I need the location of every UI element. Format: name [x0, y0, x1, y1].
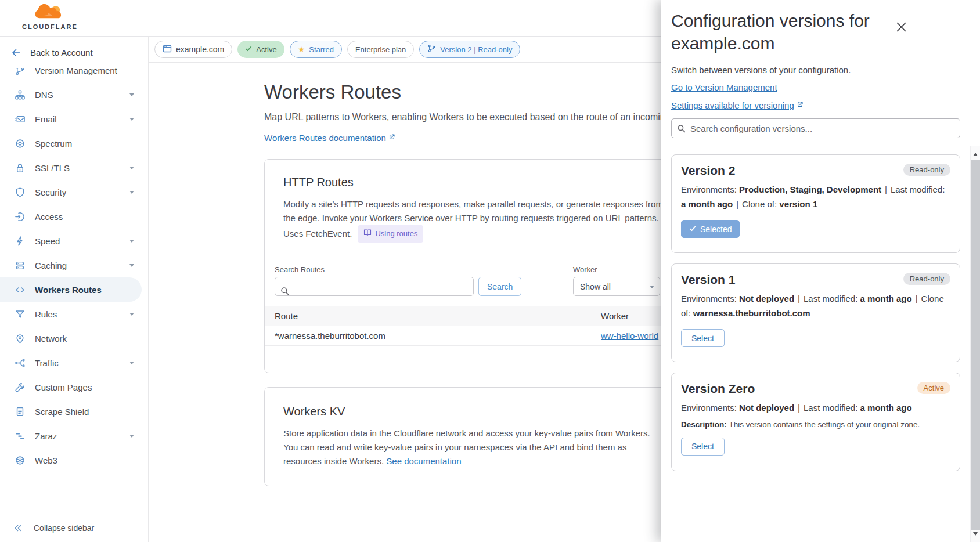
select-version-button[interactable]: Select — [681, 438, 725, 456]
sidebar-item-scrape-shield[interactable]: Scrape Shield — [0, 399, 142, 424]
wrench-icon — [14, 381, 26, 393]
sidebar-divider — [0, 508, 148, 508]
chevron-down-icon — [129, 167, 134, 172]
sidebar-item-speed[interactable]: Speed — [0, 229, 142, 253]
zaraz-steps-icon — [14, 430, 26, 442]
configuration-versions-panel: Configuration versions for example.com S… — [661, 0, 980, 542]
chevron-down-icon — [129, 313, 134, 318]
using-routes-badge[interactable]: Using routes — [358, 225, 423, 243]
check-icon — [689, 225, 696, 234]
sidebar-item-label: Custom Pages — [35, 382, 92, 392]
sidebar-item-caching[interactable]: Caching — [0, 253, 142, 277]
panel-scrollbar[interactable] — [970, 146, 980, 542]
starred-toggle[interactable]: ★ Starred — [290, 41, 342, 58]
version-pill[interactable]: Version 2 | Read-only — [419, 41, 520, 58]
version-status-badge: Active — [917, 382, 950, 394]
scrollbar-thumb[interactable] — [971, 160, 980, 530]
search-icon — [280, 287, 289, 298]
sidebar-item-spectrum[interactable]: Spectrum — [0, 131, 142, 156]
sidebar-item-access[interactable]: Access — [0, 204, 142, 229]
see-documentation-link[interactable]: See documentation — [386, 456, 461, 466]
settings-available-for-versioning-link[interactable]: Settings available for versioning — [671, 100, 804, 110]
workers-routes-doc-link[interactable]: Workers Routes documentation — [264, 133, 395, 143]
sidebar-item-traffic[interactable]: Traffic — [0, 351, 142, 375]
sidebar-item-workers-routes[interactable]: Workers Routes — [0, 277, 142, 302]
padlock-icon — [14, 162, 26, 174]
sidebar-item-security[interactable]: Security — [0, 180, 142, 204]
go-to-version-management-link[interactable]: Go to Version Management — [671, 82, 777, 92]
search-routes-button[interactable]: Search — [478, 277, 521, 296]
sidebar-item-network[interactable]: Network — [0, 326, 142, 351]
scroll-down-arrow[interactable] — [973, 532, 978, 538]
page-title: Workers Routes — [264, 81, 671, 103]
version-card-version-2: Version 2Read-onlyEnvironments: Producti… — [671, 154, 960, 253]
close-icon — [895, 21, 907, 35]
worker-filter-label: Worker — [573, 265, 660, 274]
sidebar-item-label: Scrape Shield — [35, 407, 89, 417]
sidebar-item-custom-pages[interactable]: Custom Pages — [0, 375, 142, 399]
zone-status-badge: Active — [237, 41, 284, 58]
browser-window-icon — [163, 44, 172, 55]
collapse-sidebar-button[interactable]: Collapse sidebar — [0, 514, 148, 542]
sidebar-item-label: SSL/TLS — [35, 163, 70, 173]
table-row: *warnessa.theburritobot.com ww-hello-wor… — [265, 326, 670, 346]
book-icon — [363, 227, 372, 241]
location-pin-icon — [14, 333, 26, 344]
sidebar-item-label: DNS — [35, 90, 53, 100]
zone-name: example.com — [176, 45, 224, 54]
back-to-account-label: Back to Account — [30, 48, 93, 57]
sidebar-item-label: Zaraz — [35, 431, 57, 441]
web3-globe-icon — [14, 454, 26, 466]
double-chevron-left-icon — [12, 522, 24, 534]
sidebar-divider — [0, 478, 148, 478]
collapse-sidebar-label: Collapse sidebar — [34, 523, 94, 533]
http-routes-title: HTTP Routes — [283, 176, 651, 189]
sidebar-item-email[interactable]: Email — [0, 107, 142, 131]
cloudflare-wordmark: CLOUDFLARE — [22, 23, 75, 30]
sidebar-item-label: Traffic — [35, 358, 59, 368]
chevron-down-icon — [129, 435, 134, 440]
http-routes-card: HTTP Routes Modify a site’s HTTP request… — [264, 159, 671, 373]
worker-link[interactable]: ww-hello-world — [601, 331, 658, 341]
version-meta: Environments: Production, Staging, Devel… — [681, 183, 950, 211]
dns-hierarchy-icon — [14, 89, 26, 100]
version-list: Version 2Read-onlyEnvironments: Producti… — [671, 154, 960, 471]
workers-kv-title: Workers KV — [283, 405, 651, 418]
check-icon — [245, 45, 252, 54]
back-to-account-button[interactable]: Back to Account — [0, 37, 148, 68]
plan-badge: Enterprise plan — [347, 41, 414, 58]
email-envelope-icon — [14, 113, 26, 125]
version-card-version-zero: Version ZeroActiveEnvironments: Not depl… — [671, 373, 960, 471]
worker-filter-select[interactable]: Show all — [573, 277, 660, 296]
sidebar-item-dns[interactable]: DNS — [0, 82, 142, 107]
cloudflare-logo[interactable]: CLOUDFLARE — [22, 4, 75, 30]
column-worker: Worker — [601, 311, 670, 321]
close-panel-button[interactable] — [892, 19, 910, 37]
sidebar-item-label: Rules — [35, 309, 57, 319]
document-lines-icon — [14, 406, 26, 417]
sidebar-item-label: Access — [35, 212, 63, 222]
sidebar-item-label: Email — [35, 114, 57, 124]
version-status-badge: Read-only — [903, 164, 950, 176]
sidebar-item-web3[interactable]: Web3 — [0, 448, 142, 472]
search-routes-input[interactable] — [275, 277, 474, 296]
external-link-icon — [388, 132, 395, 142]
sidebar-item-label: Spectrum — [35, 139, 72, 149]
shield-icon — [14, 186, 26, 198]
zone-selector-pill[interactable]: example.com — [154, 41, 232, 58]
route-cell: *warnessa.theburritobot.com — [275, 331, 601, 341]
search-configuration-versions-input[interactable] — [671, 118, 960, 138]
sidebar-item-ssl-tls[interactable]: SSL/TLS — [0, 156, 142, 180]
version-status-badge: Read-only — [903, 273, 950, 285]
table-footer-spacer — [265, 346, 670, 373]
sidebar-item-zaraz[interactable]: Zaraz — [0, 424, 142, 448]
version-meta: Environments: Not deployed|Last modified… — [681, 292, 950, 320]
main-content: Workers Routes Map URL patterns to Worke… — [264, 63, 671, 486]
routes-table-header: Route Worker — [265, 306, 670, 326]
scroll-up-arrow[interactable] — [973, 150, 978, 156]
git-branch-icon — [427, 44, 436, 55]
sidebar-item-rules[interactable]: Rules — [0, 302, 142, 326]
select-version-button[interactable]: Select — [681, 329, 725, 347]
panel-description: Switch between versions of your configur… — [671, 65, 960, 75]
selected-version-button[interactable]: Selected — [681, 220, 740, 238]
